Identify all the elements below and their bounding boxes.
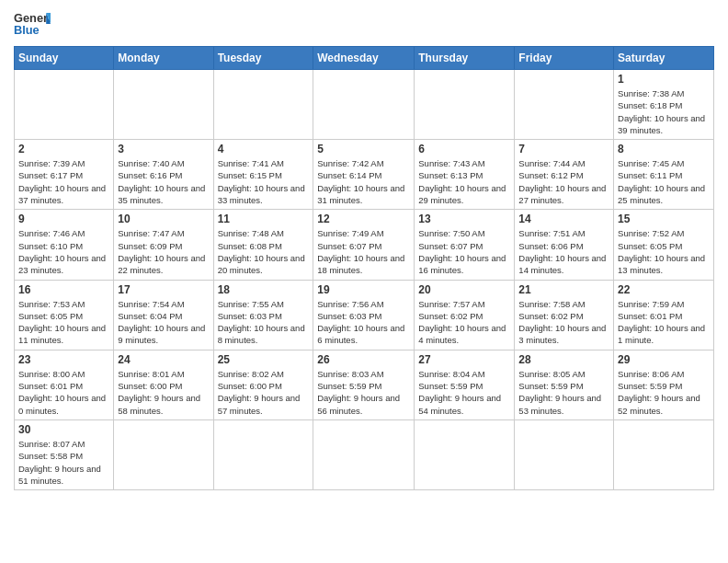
day-cell: 26Sunrise: 8:03 AM Sunset: 5:59 PM Dayli… [313,350,415,419]
day-number: 7 [518,143,609,155]
day-cell [313,70,415,140]
day-cell [213,70,313,140]
logo-icon: General Blue [14,9,51,39]
day-cell [515,419,614,489]
day-cell [614,419,714,489]
day-number: 27 [418,353,510,366]
day-cell [114,419,213,489]
day-number: 26 [317,353,410,366]
day-number: 8 [618,143,710,155]
day-number: 2 [18,143,109,155]
day-cell [415,70,515,140]
day-info: Sunrise: 7:58 AM Sunset: 6:02 PM Dayligh… [518,298,609,347]
day-cell: 6Sunrise: 7:43 AM Sunset: 6:13 PM Daylig… [415,140,515,210]
day-info: Sunrise: 7:49 AM Sunset: 6:07 PM Dayligh… [317,227,410,276]
day-cell: 28Sunrise: 8:05 AM Sunset: 5:59 PM Dayli… [515,350,614,419]
week-row-4: 23Sunrise: 8:00 AM Sunset: 6:01 PM Dayli… [15,350,714,419]
day-info: Sunrise: 7:54 AM Sunset: 6:04 PM Dayligh… [118,298,209,347]
day-number: 22 [618,283,710,296]
calendar: SundayMondayTuesdayWednesdayThursdayFrid… [14,46,714,490]
day-info: Sunrise: 8:04 AM Sunset: 5:59 PM Dayligh… [418,368,510,417]
week-row-5: 30Sunrise: 8:07 AM Sunset: 5:58 PM Dayli… [15,419,714,489]
day-cell [313,419,415,489]
day-cell: 25Sunrise: 8:02 AM Sunset: 6:00 PM Dayli… [213,350,313,419]
day-info: Sunrise: 7:50 AM Sunset: 6:07 PM Dayligh… [418,227,510,276]
day-number: 23 [18,353,109,366]
day-cell: 30Sunrise: 8:07 AM Sunset: 5:58 PM Dayli… [15,419,114,489]
day-cell [15,70,114,140]
day-info: Sunrise: 7:47 AM Sunset: 6:09 PM Dayligh… [118,227,209,276]
day-cell: 12Sunrise: 7:49 AM Sunset: 6:07 PM Dayli… [313,210,415,280]
logo: General Blue [14,9,51,39]
day-cell: 17Sunrise: 7:54 AM Sunset: 6:04 PM Dayli… [114,280,213,350]
day-number: 12 [317,213,410,225]
week-row-2: 9Sunrise: 7:46 AM Sunset: 6:10 PM Daylig… [15,210,714,280]
day-cell: 4Sunrise: 7:41 AM Sunset: 6:15 PM Daylig… [213,140,313,210]
day-number: 1 [618,73,710,86]
day-info: Sunrise: 7:55 AM Sunset: 6:03 PM Dayligh… [218,298,310,347]
day-number: 18 [218,283,310,296]
day-number: 4 [218,143,310,155]
day-number: 13 [418,213,510,225]
day-cell [415,419,515,489]
day-info: Sunrise: 7:38 AM Sunset: 6:18 PM Dayligh… [618,87,710,136]
day-cell: 18Sunrise: 7:55 AM Sunset: 6:03 PM Dayli… [213,280,313,350]
weekday-thursday: Thursday [415,47,515,70]
day-number: 11 [218,213,310,225]
day-info: Sunrise: 7:59 AM Sunset: 6:01 PM Dayligh… [618,298,710,347]
day-number: 25 [218,353,310,366]
day-cell: 29Sunrise: 8:06 AM Sunset: 5:59 PM Dayli… [614,350,714,419]
day-cell: 22Sunrise: 7:59 AM Sunset: 6:01 PM Dayli… [614,280,714,350]
day-info: Sunrise: 7:52 AM Sunset: 6:05 PM Dayligh… [618,227,710,276]
day-info: Sunrise: 7:41 AM Sunset: 6:15 PM Dayligh… [218,157,310,206]
day-cell: 10Sunrise: 7:47 AM Sunset: 6:09 PM Dayli… [114,210,213,280]
day-info: Sunrise: 7:51 AM Sunset: 6:06 PM Dayligh… [518,227,609,276]
weekday-tuesday: Tuesday [213,47,313,70]
day-cell: 14Sunrise: 7:51 AM Sunset: 6:06 PM Dayli… [515,210,614,280]
day-info: Sunrise: 8:05 AM Sunset: 5:59 PM Dayligh… [518,368,609,417]
weekday-saturday: Saturday [614,47,714,70]
page: General Blue SundayMondayTuesdayWednesda… [0,0,728,563]
day-cell: 23Sunrise: 8:00 AM Sunset: 6:01 PM Dayli… [15,350,114,419]
day-info: Sunrise: 7:45 AM Sunset: 6:11 PM Dayligh… [618,157,710,206]
day-cell: 9Sunrise: 7:46 AM Sunset: 6:10 PM Daylig… [15,210,114,280]
day-number: 9 [18,213,109,225]
day-number: 3 [118,143,209,155]
day-info: Sunrise: 8:03 AM Sunset: 5:59 PM Dayligh… [317,368,410,417]
day-info: Sunrise: 7:43 AM Sunset: 6:13 PM Dayligh… [418,157,510,206]
weekday-friday: Friday [515,47,614,70]
day-cell: 3Sunrise: 7:40 AM Sunset: 6:16 PM Daylig… [114,140,213,210]
day-info: Sunrise: 7:48 AM Sunset: 6:08 PM Dayligh… [218,227,310,276]
day-cell: 20Sunrise: 7:57 AM Sunset: 6:02 PM Dayli… [415,280,515,350]
day-cell [213,419,313,489]
weekday-wednesday: Wednesday [313,47,415,70]
day-info: Sunrise: 7:39 AM Sunset: 6:17 PM Dayligh… [18,157,109,206]
day-cell: 13Sunrise: 7:50 AM Sunset: 6:07 PM Dayli… [415,210,515,280]
day-cell: 19Sunrise: 7:56 AM Sunset: 6:03 PM Dayli… [313,280,415,350]
day-number: 6 [418,143,510,155]
svg-text:Blue: Blue [14,23,40,37]
day-number: 16 [18,283,109,296]
day-info: Sunrise: 7:57 AM Sunset: 6:02 PM Dayligh… [418,298,510,347]
day-info: Sunrise: 8:02 AM Sunset: 6:00 PM Dayligh… [218,368,310,417]
day-number: 24 [118,353,209,366]
day-info: Sunrise: 8:07 AM Sunset: 5:58 PM Dayligh… [18,438,109,487]
day-cell: 24Sunrise: 8:01 AM Sunset: 6:00 PM Dayli… [114,350,213,419]
day-cell: 16Sunrise: 7:53 AM Sunset: 6:05 PM Dayli… [15,280,114,350]
day-number: 29 [618,353,710,366]
day-number: 15 [618,213,710,225]
day-info: Sunrise: 7:46 AM Sunset: 6:10 PM Dayligh… [18,227,109,276]
day-info: Sunrise: 7:40 AM Sunset: 6:16 PM Dayligh… [118,157,209,206]
weekday-sunday: Sunday [15,47,114,70]
day-cell: 27Sunrise: 8:04 AM Sunset: 5:59 PM Dayli… [415,350,515,419]
day-number: 14 [518,213,609,225]
day-cell [114,70,213,140]
day-number: 10 [118,213,209,225]
day-cell: 7Sunrise: 7:44 AM Sunset: 6:12 PM Daylig… [515,140,614,210]
day-info: Sunrise: 7:42 AM Sunset: 6:14 PM Dayligh… [317,157,410,206]
day-cell: 5Sunrise: 7:42 AM Sunset: 6:14 PM Daylig… [313,140,415,210]
day-cell: 8Sunrise: 7:45 AM Sunset: 6:11 PM Daylig… [614,140,714,210]
day-info: Sunrise: 7:53 AM Sunset: 6:05 PM Dayligh… [18,298,109,347]
day-number: 5 [317,143,410,155]
day-cell: 11Sunrise: 7:48 AM Sunset: 6:08 PM Dayli… [213,210,313,280]
